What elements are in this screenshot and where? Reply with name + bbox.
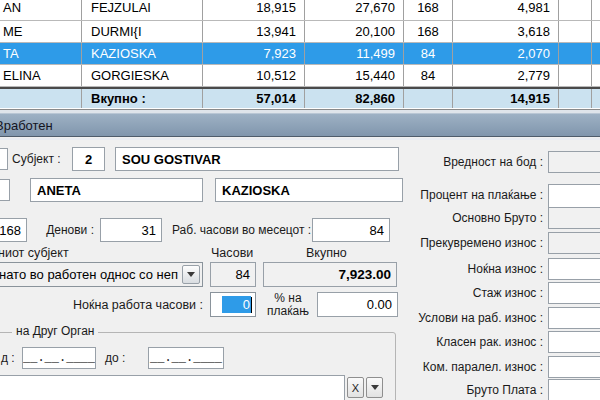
class-mgr-amount-field[interactable]: [548, 331, 600, 353]
cell-name: TA: [0, 43, 82, 64]
pct-pay-label: % на плаќањ: [262, 292, 314, 317]
from-date-label: д :: [1, 347, 17, 369]
overtime-amount-field[interactable]: [548, 232, 600, 254]
table-row[interactable]: ELINA GORGIESKA 10,512 15,440 84 2,779: [0, 65, 600, 87]
cell-amount2: 11,499: [305, 43, 404, 64]
class-mgr-amount-label: Класен рак. износ :: [383, 331, 543, 353]
subject-name-field[interactable]: SOU GOSTIVAR: [115, 147, 399, 171]
month-hours-label: Раб. часови во месецот :: [172, 218, 310, 242]
base-gross-label: Основно Бруто :: [383, 207, 543, 229]
cell-amount3: 2,779: [453, 65, 559, 86]
point-value-field[interactable]: [548, 151, 600, 173]
total-amount2: 82,860: [305, 89, 404, 108]
cell-surname: GORGIESKA: [82, 65, 203, 86]
days-label: Денови :: [38, 218, 94, 242]
table-row[interactable]: AN FEJZULAI 18,915 27,670 168 4,981: [0, 0, 600, 21]
night-hours-label: Ноќна работа часови :: [58, 292, 203, 317]
cell-amount1: 13,941: [203, 21, 305, 42]
chevron-down-icon[interactable]: [182, 265, 200, 284]
app-window: AN FEJZULAI 18,915 27,670 168 4,981 ME D…: [0, 0, 600, 400]
cell-hours: 168: [404, 0, 453, 20]
table-row-selected[interactable]: TA KAZIOSKA 7,923 11,499 84 2,070: [0, 43, 600, 65]
cell-empty: [592, 21, 600, 42]
month-hours-field[interactable]: 84: [312, 218, 390, 242]
cutoff-field[interactable]: [0, 179, 10, 201]
engagement-hours-field[interactable]: 84: [210, 262, 256, 287]
cell-surname: KAZIOSKA: [82, 43, 203, 64]
pay-percent-field[interactable]: [548, 184, 600, 208]
date-mask: __.__.____: [23, 351, 95, 365]
parallel-amount-field[interactable]: [548, 356, 600, 378]
bottom-combobox-input[interactable]: [0, 375, 345, 400]
cell-amount1: 18,915: [203, 0, 305, 20]
cell-empty: [559, 0, 592, 20]
cell-surname: DURMI{I: [82, 21, 203, 42]
cell-amount1: 7,923: [203, 43, 305, 64]
cell-empty: [592, 65, 600, 86]
overtime-amount-label: Прекувремено износ :: [383, 232, 543, 254]
text-caret: [251, 297, 252, 313]
chevron-down-icon: [371, 385, 379, 390]
table-total-row: Вкупно : 57,014 82,860 14,915: [0, 87, 600, 108]
hours-header: Часови: [211, 246, 253, 260]
cutoff-hours-field[interactable]: 168: [0, 218, 27, 242]
table-row[interactable]: ME DURMI{I 13,941 20,100 168 3,618: [0, 21, 600, 43]
cell-empty: [559, 89, 592, 108]
gross-salary-field[interactable]: [548, 379, 600, 400]
night-amount-field[interactable]: [548, 258, 600, 280]
cell-amount3: 4,981: [453, 0, 559, 20]
to-date-input[interactable]: __.__.____: [148, 347, 224, 369]
seniority-amount-field[interactable]: [548, 282, 600, 304]
window-edge: [0, 138, 600, 140]
cell-amount2: 27,670: [305, 0, 404, 20]
pay-percent-label: Процент на плаќање :: [383, 184, 543, 206]
work-conditions-amount-label: Услови на раб. износ :: [383, 307, 543, 329]
engagement-total-field[interactable]: 7,923.00: [263, 262, 397, 287]
cell-name: ME: [0, 21, 82, 42]
work-conditions-amount-field[interactable]: [548, 307, 600, 329]
dialog-titlebar: Вработен: [0, 113, 600, 137]
cell-empty: [592, 0, 600, 20]
clear-button[interactable]: X: [347, 377, 364, 398]
section-label: ниот субјект: [0, 246, 69, 260]
cell-empty: [559, 21, 592, 42]
engagement-combobox[interactable]: нато во работен однос со неп: [0, 262, 203, 287]
days-field[interactable]: 31: [100, 218, 162, 242]
engagement-combobox-value: нато во работен однос со неп: [0, 267, 178, 282]
cell-hours: 84: [404, 43, 453, 64]
base-gross-field[interactable]: [548, 207, 600, 229]
total-amount1: 57,014: [203, 89, 305, 108]
total-header: Вкупно: [306, 246, 347, 260]
from-date-input[interactable]: __.__.____: [22, 347, 96, 369]
night-hours-input[interactable]: 0: [210, 292, 256, 317]
parallel-amount-label: Ком. паралел. износ :: [383, 356, 543, 378]
employee-table: AN FEJZULAI 18,915 27,670 168 4,981 ME D…: [0, 0, 600, 110]
pct-pay-label-line2: плаќањ: [267, 305, 309, 318]
cell-amount2: 20,100: [305, 21, 404, 42]
cutoff-field[interactable]: [0, 148, 8, 170]
cell-amount3: 3,618: [453, 21, 559, 42]
cell-empty: [404, 89, 453, 108]
last-name-field[interactable]: KAZIOSKA: [215, 178, 403, 202]
cell-hours: 168: [404, 21, 453, 42]
cell-name: [0, 89, 82, 108]
subject-code-field[interactable]: 2: [72, 147, 105, 171]
pct-pay-label-line1: % на: [274, 292, 301, 305]
subject-label: Субјект :: [12, 148, 70, 170]
to-date-label: до :: [105, 347, 131, 369]
cell-empty: [559, 65, 592, 86]
cell-amount3: 2,070: [453, 43, 559, 64]
cell-surname: FEJZULAI: [82, 0, 203, 20]
first-name-field[interactable]: ANETA: [30, 178, 203, 202]
other-organ-group-title: на Друг Орган: [12, 324, 98, 338]
gross-salary-label: Бруто Плата :: [383, 379, 543, 400]
cell-empty: [592, 89, 600, 108]
seniority-amount-label: Стаж износ :: [383, 282, 543, 304]
night-amount-label: Ноќна износ :: [383, 258, 543, 280]
total-label: Вкупно :: [82, 89, 203, 108]
date-mask: __.__.____: [150, 351, 222, 365]
cell-amount1: 10,512: [203, 65, 305, 86]
cell-empty: [559, 43, 592, 64]
cell-empty: [592, 43, 600, 64]
dropdown-button[interactable]: [366, 377, 383, 398]
